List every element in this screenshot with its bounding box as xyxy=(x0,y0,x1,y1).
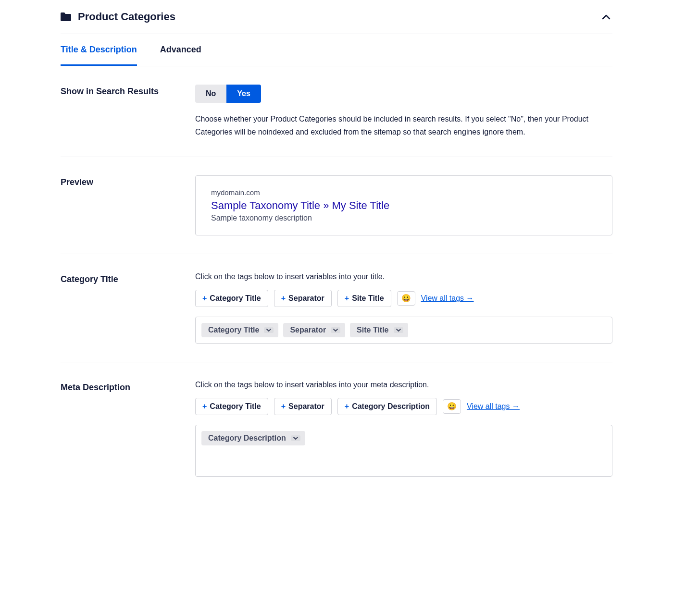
section-preview: Preview mydomain.com Sample Taxonomy Tit… xyxy=(61,157,612,254)
toggle-no[interactable]: No xyxy=(195,85,226,103)
token-site-title[interactable]: Site Title xyxy=(350,323,408,337)
plus-icon: + xyxy=(345,294,349,303)
tab-advanced[interactable]: Advanced xyxy=(160,34,201,66)
label-meta-description: Meta Description xyxy=(61,381,195,393)
preview-description: Sample taxonomy description xyxy=(211,214,597,222)
emoji-icon: 😀 xyxy=(447,402,457,410)
plus-icon: + xyxy=(202,294,207,303)
token-category-title[interactable]: Category Title xyxy=(201,323,278,337)
preview-domain: mydomain.com xyxy=(211,188,597,197)
tag-add-category-title[interactable]: + Category Title xyxy=(195,398,268,415)
body-search-results: No Yes Choose whether your Product Categ… xyxy=(195,85,612,138)
settings-panel: Product Categories Title & Description A… xyxy=(61,0,612,495)
tag-label: Category Title xyxy=(210,294,261,303)
label-search-results: Show in Search Results xyxy=(61,85,195,97)
token-separator[interactable]: Separator xyxy=(283,323,345,337)
view-all-tags-link[interactable]: View all tags → xyxy=(421,294,474,303)
collapse-button[interactable] xyxy=(600,12,612,22)
token-label: Separator xyxy=(290,326,326,334)
tag-label: Separator xyxy=(288,402,324,411)
chevron-down-icon xyxy=(291,435,300,441)
token-category-description[interactable]: Category Description xyxy=(201,431,305,445)
section-meta-description: Meta Description Click on the tags below… xyxy=(61,362,612,495)
tag-add-category-title[interactable]: + Category Title xyxy=(195,290,268,307)
title-input[interactable]: Category Title Separator Site Title xyxy=(195,317,612,344)
tag-add-site-title[interactable]: + Site Title xyxy=(337,290,391,307)
token-label: Category Description xyxy=(208,434,286,443)
tag-add-separator[interactable]: + Separator xyxy=(274,290,332,307)
tag-add-separator[interactable]: + Separator xyxy=(274,398,332,415)
emoji-picker-button[interactable]: 😀 xyxy=(443,399,461,414)
chevron-down-icon xyxy=(394,327,403,333)
tag-label: Site Title xyxy=(352,294,384,303)
tag-row-meta-description: + Category Title + Separator + Category … xyxy=(195,398,612,415)
label-preview: Preview xyxy=(61,175,195,187)
plus-icon: + xyxy=(345,402,349,411)
body-preview: mydomain.com Sample Taxonomy Title » My … xyxy=(195,175,612,235)
emoji-icon: 😀 xyxy=(401,294,411,302)
body-meta-description: Click on the tags below to insert variab… xyxy=(195,381,612,477)
toggle-search-results: No Yes xyxy=(195,85,261,103)
help-search-results: Choose whether your Product Categories s… xyxy=(195,112,612,138)
plus-icon: + xyxy=(281,402,286,411)
tabs: Title & Description Advanced xyxy=(61,34,612,66)
tag-label: Separator xyxy=(288,294,324,303)
view-all-tags-link[interactable]: View all tags → xyxy=(467,402,520,411)
tag-label: Category Description xyxy=(352,402,430,411)
preview-box: mydomain.com Sample Taxonomy Title » My … xyxy=(195,175,612,235)
folder-icon xyxy=(61,12,71,21)
chevron-down-icon xyxy=(264,327,274,333)
section-category-title: Category Title Click on the tags below t… xyxy=(61,254,612,362)
meta-description-input[interactable]: Category Description xyxy=(195,425,612,477)
token-label: Category Title xyxy=(208,326,259,334)
hint-category-title: Click on the tags below to insert variab… xyxy=(195,272,612,281)
preview-title: Sample Taxonomy Title » My Site Title xyxy=(211,199,597,212)
emoji-picker-button[interactable]: 😀 xyxy=(397,291,415,306)
hint-meta-description: Click on the tags below to insert variab… xyxy=(195,381,612,389)
section-search-results: Show in Search Results No Yes Choose whe… xyxy=(61,66,612,157)
tag-label: Category Title xyxy=(210,402,261,411)
panel-header: Product Categories xyxy=(61,0,612,34)
body-category-title: Click on the tags below to insert variab… xyxy=(195,272,612,344)
tab-title-description[interactable]: Title & Description xyxy=(61,34,137,66)
plus-icon: + xyxy=(202,402,207,411)
chevron-up-icon xyxy=(602,14,611,20)
header-left: Product Categories xyxy=(61,11,175,23)
plus-icon: + xyxy=(281,294,286,303)
tag-add-category-description[interactable]: + Category Description xyxy=(337,398,437,415)
tag-row-category-title: + Category Title + Separator + Site Titl… xyxy=(195,290,612,307)
toggle-yes[interactable]: Yes xyxy=(226,85,261,103)
label-category-title: Category Title xyxy=(61,272,195,284)
token-label: Site Title xyxy=(357,326,388,334)
chevron-down-icon xyxy=(331,327,340,333)
page-title: Product Categories xyxy=(78,11,175,23)
